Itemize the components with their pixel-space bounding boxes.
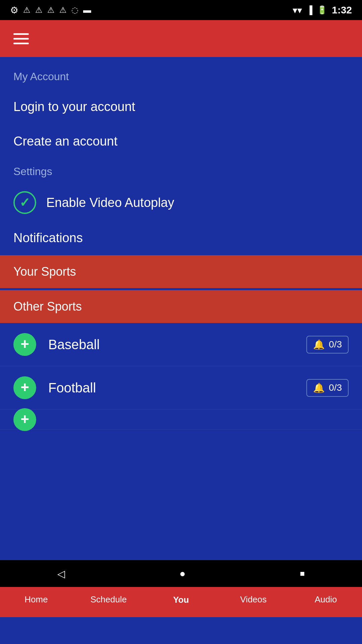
- audio-label: Audio: [315, 594, 337, 605]
- autoplay-label: Enable Video Autoplay: [46, 196, 174, 210]
- status-right-icons: ▾▾ ▐ 🔋 1:32: [293, 4, 352, 16]
- you-label: You: [173, 595, 189, 605]
- my-account-section-label: My Account: [0, 57, 362, 90]
- status-time: 1:32: [332, 4, 352, 16]
- hamburger-menu-button[interactable]: [13, 33, 29, 44]
- football-name: Football: [48, 380, 306, 395]
- football-badge-count: 0/3: [329, 382, 342, 393]
- hamburger-line-3: [13, 43, 29, 44]
- settings-section-label: Settings: [0, 159, 362, 184]
- autoplay-checkmark-icon: ✓: [19, 195, 30, 210]
- login-menu-item[interactable]: Login to your account: [0, 90, 362, 124]
- android-back-button[interactable]: ◁: [57, 568, 65, 580]
- settings-status-icon: ⚙: [10, 5, 18, 16]
- baseball-name: Baseball: [48, 337, 306, 352]
- android-nav-bar: ◁ ● ■: [0, 560, 362, 587]
- hamburger-line-1: [13, 33, 29, 35]
- android-recents-button[interactable]: ■: [300, 569, 305, 578]
- baseball-badge-count: 0/3: [329, 339, 342, 350]
- football-row: + Football 🔔 0/3: [0, 366, 362, 410]
- your-sports-label: Your Sports: [13, 265, 76, 278]
- videos-label: Videos: [240, 594, 266, 605]
- other-sports-label: Other Sports: [13, 300, 82, 313]
- sd-card-icon: ▬: [83, 5, 91, 15]
- autoplay-toggle-row[interactable]: ✓ Enable Video Autoplay: [0, 184, 362, 221]
- football-notification-badge[interactable]: 🔔 0/3: [306, 379, 349, 397]
- android-home-button[interactable]: ●: [179, 568, 185, 579]
- signal-icon: ▐: [307, 5, 312, 15]
- extra-add-button[interactable]: +: [13, 408, 36, 431]
- baseball-add-button[interactable]: +: [13, 333, 36, 356]
- warning-icon-4: ⚠: [59, 5, 67, 15]
- battery-icon: 🔋: [317, 5, 327, 15]
- schedule-label: Schedule: [90, 594, 127, 605]
- baseball-notification-badge[interactable]: 🔔 0/3: [306, 336, 349, 354]
- wifi-icon: ▾▾: [293, 5, 302, 16]
- main-content: My Account Login to your account Create …: [0, 57, 362, 430]
- baseball-row: + Baseball 🔔 0/3: [0, 323, 362, 366]
- football-bell-icon: 🔔: [313, 382, 325, 393]
- sync-icon: ◌: [71, 5, 78, 15]
- status-bar: ⚙ ⚠ ⚠ ⚠ ⚠ ◌ ▬ ▾▾ ▐ 🔋 1:32: [0, 0, 362, 20]
- partial-sport-row: +: [0, 410, 362, 430]
- status-left-icons: ⚙ ⚠ ⚠ ⚠ ⚠ ◌ ▬: [10, 5, 91, 16]
- warning-icon-3: ⚠: [47, 5, 55, 15]
- warning-icon-1: ⚠: [23, 5, 31, 15]
- autoplay-check-circle: ✓: [13, 191, 36, 214]
- home-label: Home: [24, 594, 48, 605]
- football-plus-icon: +: [20, 380, 29, 395]
- football-add-button[interactable]: +: [13, 376, 36, 399]
- warning-icon-2: ⚠: [35, 5, 43, 15]
- baseball-bell-icon: 🔔: [313, 339, 325, 350]
- your-sports-section: Your Sports: [0, 255, 362, 288]
- create-account-menu-item[interactable]: Create an account: [0, 124, 362, 159]
- hamburger-line-2: [13, 38, 29, 40]
- top-header: [0, 20, 362, 57]
- other-sports-section: Other Sports: [0, 290, 362, 323]
- notifications-menu-item[interactable]: Notifications: [0, 221, 362, 255]
- extra-plus-icon: +: [20, 412, 29, 427]
- baseball-plus-icon: +: [20, 337, 29, 352]
